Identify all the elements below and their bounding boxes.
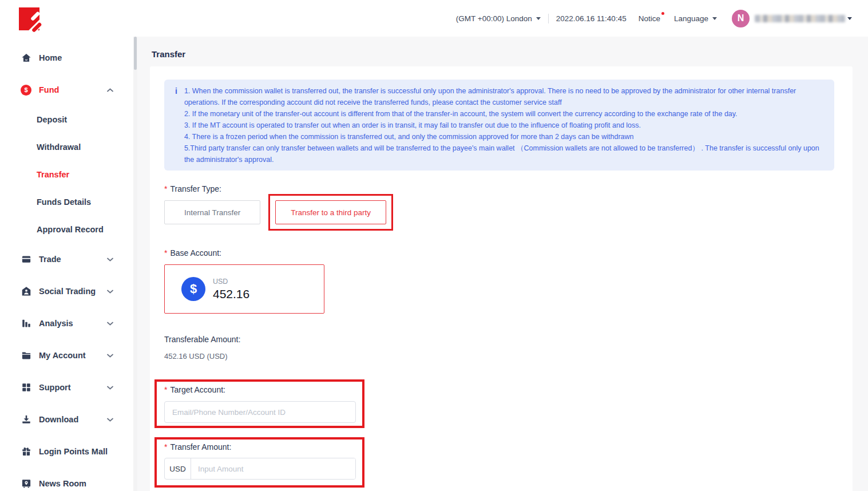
timezone-label: (GMT +00:00) London bbox=[456, 14, 532, 23]
sidebar-item-label: Funds Details bbox=[37, 197, 91, 207]
base-account-balance: 452.16 bbox=[213, 287, 249, 301]
notice-label: Notice bbox=[639, 14, 660, 23]
support-icon bbox=[21, 382, 31, 393]
sidebar-item-download[interactable]: Download bbox=[0, 403, 137, 435]
sidebar-scrollbar-track bbox=[133, 37, 137, 491]
sidebar-item-approval-record[interactable]: Approval Record bbox=[0, 216, 137, 243]
sidebar-item-label: News Room bbox=[39, 479, 86, 488]
chevron-down-icon bbox=[107, 418, 113, 422]
sidebar-item-trade[interactable]: Trade bbox=[0, 243, 137, 275]
sidebar-nav: Home $ Fund Deposit Wi bbox=[0, 42, 137, 491]
gift-icon bbox=[21, 446, 31, 457]
trade-icon bbox=[21, 254, 31, 265]
analysis-icon bbox=[21, 318, 31, 329]
info-note: 4. There is a frozen period when the com… bbox=[184, 131, 824, 142]
fund-icon: $ bbox=[21, 85, 31, 96]
sidebar-item-label: Home bbox=[39, 53, 62, 62]
my-account-icon bbox=[21, 350, 31, 361]
chevron-down-icon bbox=[847, 17, 852, 20]
transferable-amount-label: Transferable Amount: bbox=[164, 335, 834, 344]
sidebar-item-transfer[interactable]: Transfer bbox=[0, 161, 137, 188]
sidebar-item-label: Transfer bbox=[37, 170, 69, 179]
required-asterisk: * bbox=[164, 385, 167, 394]
chevron-down-icon bbox=[107, 354, 113, 358]
main-area: (GMT +00:00) London 2022.06.16 11:40:45 … bbox=[137, 0, 868, 491]
base-account-section: *Base Account: $ USD 452.16 bbox=[164, 248, 834, 314]
timezone-selector[interactable]: (GMT +00:00) London bbox=[456, 14, 541, 23]
top-header: (GMT +00:00) London 2022.06.16 11:40:45 … bbox=[137, 0, 868, 37]
usd-currency-icon: $ bbox=[181, 277, 205, 301]
internal-transfer-button[interactable]: Internal Transfer bbox=[164, 200, 260, 224]
transfer-type-section: *Transfer Type: Internal Transfer Transf… bbox=[164, 184, 834, 224]
required-asterisk: * bbox=[164, 248, 167, 258]
home-icon bbox=[21, 53, 31, 64]
amount-currency-prefix: USD bbox=[165, 458, 191, 479]
sidebar-item-support[interactable]: Support bbox=[0, 371, 137, 403]
base-account-info: USD 452.16 bbox=[213, 278, 249, 301]
transfer-type-label: *Transfer Type: bbox=[164, 184, 834, 193]
chevron-down-icon bbox=[107, 290, 113, 294]
chevron-down-icon bbox=[536, 17, 541, 20]
user-name-redacted bbox=[755, 15, 845, 22]
required-asterisk: * bbox=[164, 442, 167, 452]
sidebar-item-label: Deposit bbox=[37, 115, 67, 124]
chevron-down-icon bbox=[107, 322, 113, 326]
sidebar-item-fund[interactable]: $ Fund bbox=[0, 74, 137, 106]
language-selector[interactable]: Language bbox=[674, 14, 717, 23]
base-account-label: *Base Account: bbox=[164, 248, 834, 258]
sidebar-item-funds-details[interactable]: Funds Details bbox=[0, 188, 137, 216]
sidebar-item-deposit[interactable]: Deposit bbox=[0, 106, 137, 133]
sidebar-group-fund: $ Fund Deposit Withdrawal Transfer bbox=[0, 74, 137, 243]
info-notes-box: i 1. When the commission wallet is trans… bbox=[164, 80, 834, 171]
third-party-transfer-button[interactable]: Transfer to a third party bbox=[275, 200, 386, 224]
target-account-section: *Target Account: bbox=[164, 385, 356, 423]
sidebar-item-label: Social Trading bbox=[39, 287, 96, 296]
sidebar-item-withdrawal[interactable]: Withdrawal bbox=[0, 133, 137, 161]
sidebar-item-news-room[interactable]: News Room bbox=[0, 468, 137, 491]
base-account-card[interactable]: $ USD 452.16 bbox=[164, 264, 324, 314]
brand-logo[interactable] bbox=[0, 0, 137, 42]
avatar-initial: N bbox=[738, 13, 744, 23]
sidebar-scrollbar-thumb[interactable] bbox=[134, 37, 137, 70]
info-note: 2. If the monetary unit of the transfer-… bbox=[184, 108, 824, 120]
chevron-down-icon bbox=[107, 258, 113, 262]
target-account-label: *Target Account: bbox=[164, 385, 356, 394]
transferable-amount-section: Transferable Amount: 452.16 USD (USD) bbox=[164, 335, 834, 361]
datetime-label: 2022.06.16 11:40:45 bbox=[556, 14, 627, 23]
notice-button[interactable]: Notice bbox=[639, 14, 660, 23]
sidebar-item-label: My Account bbox=[39, 351, 86, 360]
sidebar-item-social-trading[interactable]: Social Trading bbox=[0, 275, 137, 307]
info-notes: 1. When the commission wallet is transfe… bbox=[184, 85, 824, 165]
transferable-amount-value: 452.16 USD (USD) bbox=[164, 352, 834, 361]
sidebar-item-home[interactable]: Home bbox=[0, 42, 137, 74]
transfer-type-options: Internal Transfer Transfer to a third pa… bbox=[164, 200, 834, 224]
chevron-down-icon bbox=[107, 386, 113, 390]
required-asterisk: * bbox=[164, 184, 167, 193]
news-room-icon bbox=[21, 478, 31, 489]
sidebar-item-label: Trade bbox=[39, 255, 61, 264]
fund-submenu: Deposit Withdrawal Transfer Funds Detail… bbox=[0, 106, 137, 243]
header-divider bbox=[548, 14, 549, 23]
target-account-input[interactable] bbox=[164, 401, 356, 423]
language-label: Language bbox=[674, 14, 708, 23]
transfer-amount-input[interactable] bbox=[191, 458, 355, 479]
chevron-up-icon bbox=[107, 88, 113, 92]
download-icon bbox=[21, 414, 31, 425]
sidebar-item-label: Analysis bbox=[39, 319, 73, 328]
user-menu[interactable] bbox=[750, 15, 852, 22]
sidebar-item-analysis[interactable]: Analysis bbox=[0, 307, 137, 339]
transfer-card: i 1. When the commission wallet is trans… bbox=[150, 66, 853, 491]
info-note: 5.Third party transfer can only transfer… bbox=[184, 142, 824, 165]
sidebar-item-label: Fund bbox=[39, 85, 59, 94]
info-icon: i bbox=[175, 85, 177, 165]
transfer-amount-group: USD bbox=[164, 458, 356, 480]
chevron-down-icon bbox=[712, 17, 717, 20]
sidebar-item-login-points-mall[interactable]: Login Points Mall bbox=[0, 435, 137, 468]
sidebar-item-label: Approval Record bbox=[37, 225, 104, 234]
sidebar-item-label: Login Points Mall bbox=[39, 447, 108, 456]
base-account-currency: USD bbox=[213, 278, 249, 286]
social-trading-icon bbox=[21, 286, 31, 297]
sidebar-item-my-account[interactable]: My Account bbox=[0, 339, 137, 371]
user-avatar[interactable]: N bbox=[732, 10, 750, 27]
page-title: Transfer bbox=[152, 49, 868, 59]
